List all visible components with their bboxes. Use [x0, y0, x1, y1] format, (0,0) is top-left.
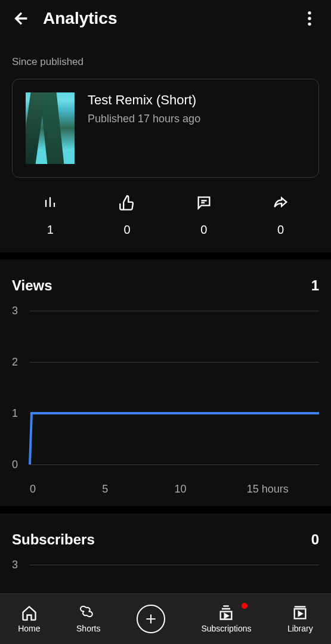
- chart-y-tick: 1: [12, 407, 18, 420]
- nav-subscriptions[interactable]: Subscriptions: [201, 605, 251, 633]
- chart-x-tick: 15 hours: [247, 483, 319, 496]
- views-section: Views 1 3 2 1 0 0 5 10 15 hours: [0, 259, 331, 496]
- subscriptions-badge: [242, 603, 248, 609]
- subscribers-section: Subscribers 0 3: [0, 513, 331, 565]
- page-title: Analytics: [43, 9, 288, 28]
- video-thumbnail: [26, 92, 75, 164]
- more-vertical-icon: [300, 9, 319, 28]
- svg-point-1: [308, 17, 311, 20]
- stat-views-value: 1: [47, 223, 54, 237]
- views-chart: 3 2 1 0 0 5 10 15 hours: [12, 311, 319, 496]
- nav-library[interactable]: Library: [287, 605, 313, 633]
- nav-shorts[interactable]: Shorts: [76, 605, 100, 633]
- nav-home[interactable]: Home: [18, 605, 40, 633]
- video-card[interactable]: Test Remix (Short) Published 17 hours ag…: [12, 79, 319, 178]
- nav-home-label: Home: [18, 624, 40, 633]
- create-button[interactable]: [137, 605, 165, 633]
- more-button[interactable]: [300, 9, 319, 28]
- stat-comments-value: 0: [200, 223, 207, 237]
- stat-views[interactable]: 1: [42, 194, 58, 237]
- back-button[interactable]: [12, 9, 31, 28]
- chart-x-tick: 5: [102, 483, 174, 496]
- video-published-time: Published 17 hours ago: [88, 113, 200, 125]
- subscribers-section-value: 0: [311, 531, 319, 548]
- comment-icon: [196, 194, 212, 211]
- chart-x-tick: 0: [30, 483, 102, 496]
- stat-shares[interactable]: 0: [273, 194, 289, 237]
- subscriptions-icon: [218, 605, 234, 621]
- nav-shorts-label: Shorts: [76, 624, 100, 633]
- bottom-nav: Home Shorts Subscriptions Library: [0, 593, 331, 644]
- video-title: Test Remix (Short): [88, 92, 200, 108]
- chart-gridline: [30, 565, 319, 565]
- plus-icon: [143, 611, 159, 627]
- stat-likes-value: 0: [124, 223, 131, 237]
- chart-y-tick: 2: [12, 356, 18, 369]
- subscribers-section-title: Subscribers: [12, 531, 95, 548]
- chart-y-tick: 0: [12, 459, 18, 471]
- svg-point-0: [308, 11, 311, 14]
- since-published-label: Since published: [0, 37, 331, 79]
- section-divider: [0, 506, 331, 513]
- views-line-chart: [30, 311, 319, 465]
- stat-comments[interactable]: 0: [196, 194, 212, 237]
- views-section-value: 1: [311, 277, 319, 294]
- home-icon: [21, 605, 38, 621]
- library-icon: [292, 605, 308, 621]
- nav-library-label: Library: [287, 624, 313, 633]
- stat-likes[interactable]: 0: [119, 194, 135, 237]
- back-arrow-icon: [12, 9, 31, 28]
- stat-shares-value: 0: [277, 223, 284, 237]
- chart-y-tick: 3: [12, 305, 18, 317]
- chart-gridline: [30, 465, 319, 465]
- views-section-title: Views: [12, 277, 52, 294]
- svg-point-2: [308, 23, 311, 26]
- views-icon: [42, 194, 58, 211]
- thumbs-up-icon: [119, 194, 135, 211]
- chart-y-tick: 3: [12, 559, 18, 571]
- shorts-icon: [80, 605, 97, 621]
- chart-x-tick: 10: [175, 483, 247, 496]
- share-icon: [273, 194, 289, 211]
- nav-subscriptions-label: Subscriptions: [201, 624, 251, 633]
- section-divider: [0, 252, 331, 259]
